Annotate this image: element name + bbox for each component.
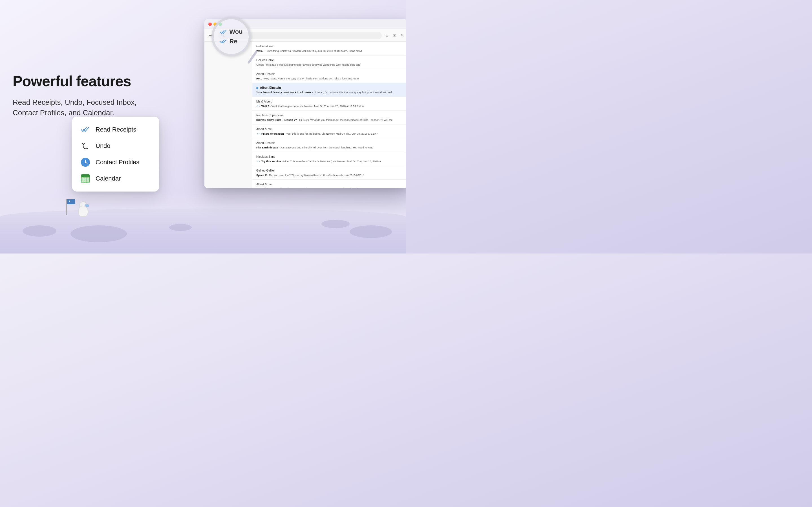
contact-profiles-label: Contact Profiles: [96, 159, 139, 166]
table-row[interactable]: Nicolaus & me ✓✓Try this service - Nice!…: [252, 152, 406, 166]
table-row[interactable]: Albert Einstein Your laws of Gravity don…: [252, 83, 406, 97]
email-subject: Green - Hi Isaac, I was just painting fo…: [256, 63, 403, 66]
email-sidebar: [204, 42, 252, 188]
table-row[interactable]: Galileo & me Wou... - Sure thing, chief!…: [252, 42, 406, 55]
feature-item-calendar: Calendar: [80, 173, 151, 184]
left-content: Powerful features Read Receipts, Undo, F…: [13, 73, 162, 118]
table-row[interactable]: Galileo Galilei Space X - Did you read t…: [252, 166, 406, 180]
email-list[interactable]: Galileo & me Wou... - Sure thing, chief!…: [252, 42, 406, 188]
sender-name: Albert Einstein: [256, 72, 275, 75]
sender-name: Albert & me: [256, 182, 272, 186]
email-subject: ✓✓Walk? - Well, that's a good one. via N…: [256, 105, 403, 108]
email-subject: Flat Earth debate - Just saw one and I l…: [256, 146, 403, 149]
read-receipts-label: Read Receipts: [96, 126, 136, 133]
table-row[interactable]: Nicolaus Copernicus Did you enjoy Suits …: [252, 111, 406, 124]
undo-label: Undo: [96, 142, 110, 150]
sender-name: Galileo & me: [256, 45, 273, 48]
contact-profiles-icon: [80, 157, 91, 167]
calendar-icon: [80, 173, 91, 184]
undo-icon: [80, 141, 91, 151]
table-row[interactable]: Albert Einstein Flat Earth debate - Just…: [252, 138, 406, 152]
email-subject: ✓✓Coffee - Sure, where do we go? On Thu,…: [256, 187, 403, 188]
sender-name: Nicolaus & me: [256, 155, 275, 158]
table-row[interactable]: Albert & me ✓✓Coffee - Sure, where do we…: [252, 180, 406, 188]
table-row[interactable]: Albert & me ✓✓Pillars of creation - Yes,…: [252, 124, 406, 138]
email-subject: Re... - Hey Isaac, Here's the copy of th…: [256, 77, 403, 80]
email-subject: ✓✓Try this service - Nice! This even has…: [256, 160, 403, 163]
table-row[interactable]: Albert Einstein Re... - Hey Isaac, Here'…: [252, 69, 406, 83]
moon-landscape: [0, 191, 406, 253]
table-row[interactable]: Galileo Galilei Green - Hi Isaac, I was …: [252, 55, 406, 69]
magnifier-overlay: Wou Re: [211, 17, 257, 62]
feature-item-contact-profiles: Contact Profiles: [80, 157, 151, 167]
feature-item-read-receipts: Read Receipts: [80, 124, 151, 135]
magnifier-handle: [247, 50, 258, 64]
feature-item-undo: Undo: [80, 141, 151, 151]
sender-name: Albert & me: [256, 127, 272, 131]
flag: ✦: [67, 199, 75, 204]
mail-icon[interactable]: ✉: [393, 33, 396, 38]
email-subject: Your laws of Gravity don't work in all c…: [256, 91, 403, 94]
email-subject: Did you enjoy Suits - Season 7? - Hi Guy…: [256, 118, 403, 121]
compose-icon[interactable]: ✎: [400, 33, 404, 38]
sender-name: Galileo Galilei: [256, 169, 274, 172]
page-subtitle: Read Receipts, Undo, Focused Inbox, Cont…: [13, 97, 162, 118]
flag-pole: ✦: [66, 199, 67, 215]
email-subject: ✓✓Pillars of creation - Yes, this is one…: [256, 132, 403, 135]
email-subject: Wou... - Sure thing, chief! via Newton M…: [256, 49, 403, 52]
magnifier-text: Wou Re: [217, 25, 245, 48]
star-icon[interactable]: ☆: [385, 33, 389, 38]
svg-point-3: [85, 162, 86, 163]
read-receipts-icon: [80, 124, 91, 135]
sender-name: Albert Einstein: [256, 141, 275, 145]
table-row[interactable]: Me & Albert ✓✓Walk? - Well, that's a goo…: [252, 97, 406, 111]
astronaut: [76, 202, 90, 220]
email-content: Galileo & me Wou... - Sure thing, chief!…: [204, 42, 406, 188]
feature-card: Read Receipts Undo Contact Profiles: [72, 117, 159, 191]
sender-name: Albert Einstein: [260, 86, 281, 89]
toolbar-actions: ☆ ✉ ✎: [385, 33, 404, 38]
email-subject: Space X - Did you read this? This is big…: [256, 173, 403, 177]
sender-name: Galileo Galilei: [256, 58, 274, 62]
page-title: Powerful features: [13, 73, 162, 89]
sender-name: Nicolaus Copernicus: [256, 114, 283, 117]
calendar-label: Calendar: [96, 175, 121, 182]
magnifier-circle: Wou Re: [211, 17, 251, 56]
sender-name: Me & Albert: [256, 100, 271, 103]
